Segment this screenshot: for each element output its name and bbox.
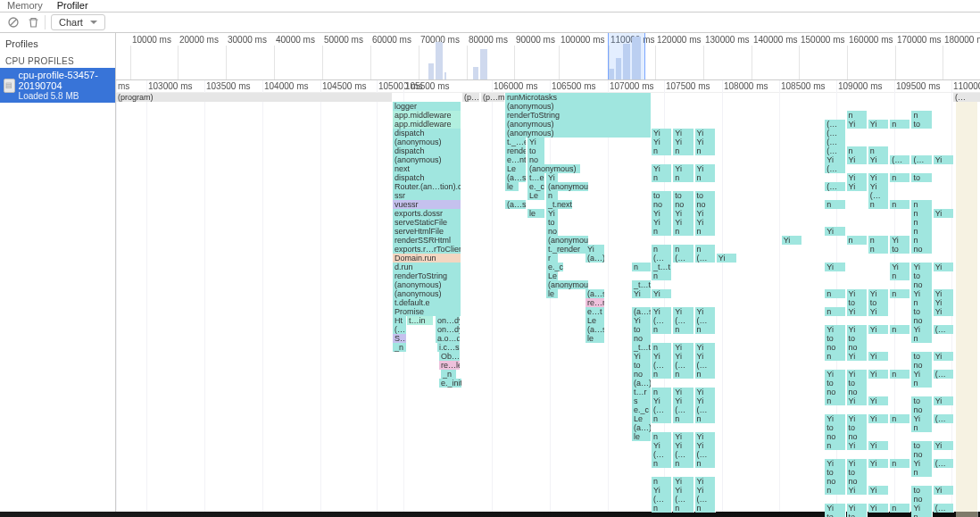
flame-frame[interactable]: (… xyxy=(673,254,693,263)
flame-frame[interactable]: Yi xyxy=(673,209,693,218)
flame-frame[interactable]: Yi xyxy=(868,396,889,405)
flame-frame[interactable] xyxy=(956,396,978,405)
flame-frame[interactable] xyxy=(956,111,978,120)
flame-frame[interactable]: Yi xyxy=(695,486,716,495)
flame-frame[interactable]: (a…) xyxy=(586,254,605,263)
flame-frame[interactable]: r xyxy=(546,254,559,263)
flame-frame[interactable] xyxy=(956,289,978,298)
flame-frame[interactable]: n xyxy=(890,414,910,423)
flame-frame[interactable]: Yi xyxy=(695,164,716,173)
flame-frame[interactable]: Yi xyxy=(695,209,716,218)
flame-frame[interactable] xyxy=(956,209,978,218)
flame-frame[interactable]: to xyxy=(546,218,559,227)
flame-frame[interactable]: exports.r…rToClient xyxy=(393,245,461,254)
flame-frame[interactable]: Yi xyxy=(652,164,672,173)
flame-frame[interactable]: le xyxy=(505,182,519,191)
flame-frame[interactable]: Yi xyxy=(911,370,932,379)
flame-frame[interactable]: (anonymous) xyxy=(505,120,652,129)
flame-frame[interactable]: Yi xyxy=(673,352,693,361)
flame-frame[interactable] xyxy=(956,280,978,289)
flame-frame[interactable]: n xyxy=(695,227,716,236)
flame-frame[interactable]: Yi xyxy=(911,414,932,423)
flame-frame[interactable]: n xyxy=(695,146,716,155)
flame-frame[interactable]: Yi xyxy=(934,263,954,271)
flame-frame[interactable]: Yi xyxy=(890,263,910,271)
flame-frame[interactable]: Yi xyxy=(673,486,693,495)
flame-frame[interactable]: Yi xyxy=(868,370,889,379)
flame-frame[interactable]: (… xyxy=(652,450,672,459)
flame-frame[interactable]: Yi xyxy=(695,441,716,450)
flame-frame[interactable]: n xyxy=(652,414,672,423)
flame-frame[interactable]: to xyxy=(911,486,932,495)
flame-frame[interactable]: n xyxy=(673,370,693,379)
flame-frame[interactable]: Domain.run xyxy=(393,254,461,263)
flame-frame[interactable] xyxy=(956,138,978,146)
flame-frame[interactable]: render xyxy=(505,146,527,155)
flame-frame[interactable]: (anonymous) xyxy=(505,102,652,111)
flame-frame[interactable]: Yi xyxy=(868,414,889,423)
flame-frame[interactable]: re…r xyxy=(586,298,605,307)
flame-frame[interactable]: _t…t xyxy=(632,343,652,352)
flame-frame[interactable]: to xyxy=(825,423,845,432)
flame-frame[interactable]: to xyxy=(652,191,672,200)
flame-frame[interactable]: Promise xyxy=(393,307,461,316)
flame-frame[interactable]: Yi xyxy=(695,396,716,405)
flame-frame[interactable]: Yi xyxy=(847,352,868,361)
flame-frame[interactable]: le xyxy=(586,334,605,343)
flame-frame[interactable]: (… xyxy=(911,155,932,164)
flame-frame[interactable]: Yi xyxy=(890,236,910,245)
flame-frame[interactable]: next xyxy=(393,164,461,173)
flame-frame[interactable]: Yi xyxy=(632,289,652,298)
flame-frame[interactable]: ssr xyxy=(393,191,461,200)
flame-frame[interactable]: i.c…s xyxy=(437,343,461,352)
flame-frame[interactable] xyxy=(956,441,978,450)
flame-frame[interactable]: (… xyxy=(652,405,672,414)
profile-item[interactable]: ▤ cpu-profile-53457-20190704 Loaded 5.8 … xyxy=(0,68,115,103)
flame-frame[interactable] xyxy=(956,450,978,459)
flame-frame[interactable]: n xyxy=(911,227,932,236)
flame-frame[interactable]: Yi xyxy=(847,120,868,129)
flame-frame[interactable]: n xyxy=(673,245,693,254)
flame-frame[interactable]: Yi xyxy=(911,459,932,468)
flame-frame[interactable]: renderToString xyxy=(505,111,652,120)
overview-selection[interactable] xyxy=(608,33,645,79)
flame-frame[interactable] xyxy=(956,343,978,352)
tab-memory[interactable]: Memory xyxy=(0,0,50,12)
flame-frame[interactable]: Yi xyxy=(652,352,672,361)
flame-frame[interactable]: no xyxy=(632,334,652,343)
flame-frame[interactable]: dispatch xyxy=(393,173,461,182)
flame-frame[interactable]: Yi xyxy=(652,218,672,227)
flame-frame[interactable]: Le xyxy=(527,191,545,200)
flame-frame[interactable] xyxy=(956,405,978,414)
flame-frame[interactable]: t…r xyxy=(632,388,652,396)
flame-frame[interactable]: n xyxy=(673,173,693,182)
flame-frame[interactable]: runMicrotasks xyxy=(505,93,652,102)
flame-frame[interactable] xyxy=(956,200,978,209)
flame-frame[interactable] xyxy=(956,459,978,468)
flame-frame[interactable]: Yi xyxy=(825,227,845,236)
flame-frame[interactable]: n xyxy=(911,200,932,209)
flame-frame[interactable]: Ht xyxy=(393,316,407,325)
flame-frame[interactable]: to xyxy=(825,468,845,477)
flame-frame[interactable]: Yi xyxy=(868,486,889,495)
flame-frame[interactable]: no xyxy=(825,432,845,441)
flame-frame[interactable]: Yi xyxy=(825,155,845,164)
flame-frame[interactable]: Le xyxy=(586,316,605,325)
flame-frame[interactable] xyxy=(956,271,978,280)
flame-frame[interactable]: S… xyxy=(393,334,407,343)
flame-frame[interactable]: n xyxy=(890,370,910,379)
flame-frame[interactable]: to xyxy=(847,468,868,477)
flame-frame[interactable]: to xyxy=(632,361,652,370)
flame-frame[interactable]: Yi xyxy=(695,432,716,441)
flame-frame[interactable]: n xyxy=(673,504,693,513)
flame-frame[interactable]: no xyxy=(695,200,716,209)
flame-frame[interactable]: Yi xyxy=(825,459,845,468)
flame-frame[interactable]: (… xyxy=(825,146,845,155)
flame-frame[interactable]: to xyxy=(673,191,693,200)
flame-frame[interactable]: n xyxy=(890,459,910,468)
flame-frame[interactable]: (a…) xyxy=(632,379,652,388)
flame-frame[interactable]: no xyxy=(911,361,932,370)
flame-frame[interactable]: n xyxy=(890,289,910,298)
flame-frame[interactable]: on…dy xyxy=(436,316,461,325)
flame-frame[interactable]: (… xyxy=(934,459,954,468)
